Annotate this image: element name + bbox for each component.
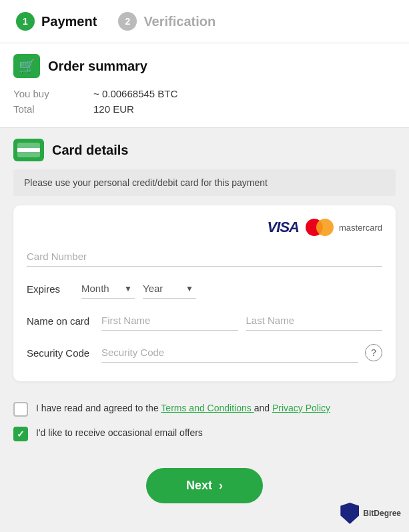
last-name-input[interactable]: [246, 311, 383, 331]
you-buy-value: ~ 0.00668545 BTC: [93, 86, 396, 101]
step-1-label: Payment: [41, 14, 97, 29]
privacy-link[interactable]: Privacy Policy: [272, 403, 330, 413]
checkboxes-section: I have read and agreed to the Terms and …: [0, 392, 409, 460]
order-table: You buy ~ 0.00668545 BTC Total 120 EUR: [13, 86, 396, 117]
table-row: You buy ~ 0.00668545 BTC: [13, 86, 396, 101]
security-code-input[interactable]: [101, 343, 358, 363]
card-form-box: VISA mastercard Expires Month 010203 040…: [13, 205, 396, 381]
mc-circle-orange: [316, 219, 334, 236]
first-name-input[interactable]: [101, 311, 238, 331]
expires-row: Expires Month 010203 040506 070809 10111…: [27, 279, 382, 299]
total-value: 120 EUR: [93, 101, 396, 117]
notice-bar: Please use your personal credit/debit ca…: [13, 169, 396, 196]
card-icon: [13, 139, 44, 161]
bitdegree-logo: BitDegree: [340, 503, 401, 524]
terms-checkbox-row: I have read and agreed to the Terms and …: [13, 401, 396, 417]
card-details-title: Card details: [13, 139, 396, 161]
you-buy-label: You buy: [13, 86, 93, 101]
next-button[interactable]: Next ›: [146, 468, 263, 503]
mastercard-label: mastercard: [339, 223, 382, 233]
order-summary-heading: Order summary: [48, 59, 147, 74]
card-logos: VISA mastercard: [27, 219, 382, 236]
month-select-wrap: Month 010203 040506 070809 101112 ▼: [81, 279, 135, 299]
step-1-circle: 1: [16, 12, 35, 31]
step-2-label: Verification: [143, 14, 216, 29]
steps-header: 1 Payment 2 Verification: [0, 0, 409, 43]
month-select[interactable]: Month 010203 040506 070809 101112: [81, 279, 135, 299]
total-label: Total: [13, 101, 93, 117]
mastercard-logo: mastercard: [306, 219, 382, 236]
security-code-label: Security Code: [27, 347, 93, 359]
terms-text: I have read and agreed to the Terms and …: [36, 401, 330, 415]
order-summary-section: 🛒 Order summary You buy ~ 0.00668545 BTC…: [0, 43, 409, 128]
offers-checkbox[interactable]: [13, 427, 28, 441]
next-arrow-icon: ›: [219, 479, 223, 493]
next-button-label: Next: [186, 479, 212, 493]
terms-link[interactable]: Terms and Conditions: [161, 403, 254, 413]
expires-label: Expires: [27, 283, 73, 295]
security-help-icon[interactable]: ?: [365, 344, 382, 361]
step-2-circle: 2: [118, 12, 137, 31]
card-number-row: [27, 247, 382, 267]
security-input-wrap: ?: [101, 343, 382, 363]
card-details-heading: Card details: [52, 143, 128, 158]
year-select-wrap: Year 202420252026 202720282029 2030 ▼: [143, 279, 196, 299]
offers-checkbox-row: I'd like to receive occasional email off…: [13, 426, 396, 441]
name-label: Name on card: [27, 315, 93, 327]
offers-text: I'd like to receive occasional email off…: [36, 426, 203, 440]
step-2: 2 Verification: [118, 12, 216, 31]
terms-checkbox[interactable]: [13, 402, 28, 417]
bitdegree-label: BitDegree: [363, 509, 401, 518]
order-summary-title: 🛒 Order summary: [13, 54, 396, 78]
year-select[interactable]: Year 202420252026 202720282029 2030: [143, 279, 196, 299]
card-number-input[interactable]: [27, 247, 382, 267]
step-1: 1 Payment: [16, 12, 97, 31]
name-row: Name on card: [27, 311, 382, 331]
visa-logo: VISA: [268, 219, 299, 236]
security-row: Security Code ?: [27, 343, 382, 363]
cart-icon: 🛒: [13, 54, 40, 78]
card-details-section: Card details Please use your personal cr…: [0, 128, 409, 392]
bitdegree-shield-icon: [340, 503, 359, 524]
table-row: Total 120 EUR: [13, 101, 396, 117]
